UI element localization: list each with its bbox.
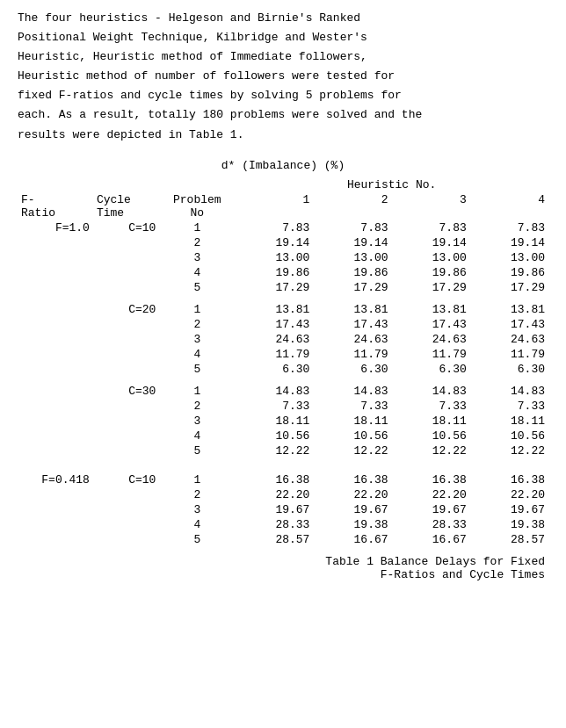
table-row: 318.1118.1118.1118.11 bbox=[18, 414, 548, 429]
f-ratio-cell bbox=[18, 250, 93, 265]
f-ratio-cell bbox=[18, 302, 93, 317]
problem-no-cell: 5 bbox=[159, 280, 235, 295]
cycle-time-cell bbox=[93, 429, 159, 443]
h2-cell: 17.29 bbox=[313, 280, 391, 295]
cycle-time-header: CycleTime bbox=[93, 192, 159, 220]
cycle-time-cell bbox=[93, 502, 159, 517]
f-ratio-cell bbox=[18, 429, 93, 443]
h3-cell: 19.86 bbox=[392, 265, 470, 280]
cycle-time-cell bbox=[93, 487, 159, 502]
h4-cell: 22.20 bbox=[470, 487, 548, 502]
table-row: 517.2917.2917.2917.29 bbox=[18, 280, 548, 295]
h1-cell: 13.00 bbox=[235, 250, 313, 265]
results-table: Heuristic No. F-Ratio CycleTime ProblemN… bbox=[18, 177, 548, 582]
table-caption: Table 1 Balance Delays for Fixed F-Ratio… bbox=[18, 554, 548, 582]
problem-no-cell: 2 bbox=[159, 399, 235, 414]
cycle-time-cell: C=10 bbox=[93, 472, 159, 487]
h1-cell: 19.67 bbox=[235, 502, 313, 517]
h3-cell: 19.14 bbox=[392, 235, 470, 250]
table-row: 219.1419.1419.1419.14 bbox=[18, 235, 548, 250]
f-ratio-cell bbox=[18, 414, 93, 429]
h1-cell: 12.22 bbox=[235, 443, 313, 458]
h4-header: 4 bbox=[470, 192, 548, 220]
h4-cell: 18.11 bbox=[470, 414, 548, 429]
h4-cell: 6.30 bbox=[470, 362, 548, 377]
h4-cell: 19.14 bbox=[470, 235, 548, 250]
f-ratio-header: F-Ratio bbox=[18, 192, 93, 220]
spacer-row bbox=[18, 547, 548, 554]
h4-cell: 19.86 bbox=[470, 265, 548, 280]
h4-cell: 16.38 bbox=[470, 472, 548, 487]
f-ratio-cell bbox=[18, 280, 93, 295]
h4-cell: 13.81 bbox=[470, 302, 548, 317]
problem-no-cell: 4 bbox=[159, 347, 235, 362]
h2-cell: 19.38 bbox=[313, 517, 391, 532]
h4-cell: 13.00 bbox=[470, 250, 548, 265]
f-ratio-cell bbox=[18, 502, 93, 517]
cycle-time-cell bbox=[93, 332, 159, 347]
h1-cell: 17.43 bbox=[235, 317, 313, 332]
table-row: 528.5716.6716.6728.57 bbox=[18, 532, 548, 547]
spacer-row bbox=[18, 458, 548, 465]
problem-no-cell: 5 bbox=[159, 443, 235, 458]
h3-cell: 17.29 bbox=[392, 280, 470, 295]
h3-cell: 24.63 bbox=[392, 332, 470, 347]
cycle-time-cell bbox=[93, 517, 159, 532]
h2-cell: 7.33 bbox=[313, 399, 391, 414]
f-ratio-cell bbox=[18, 384, 93, 399]
f-ratio-cell bbox=[18, 235, 93, 250]
problem-no-cell: 3 bbox=[159, 502, 235, 517]
f-ratio-cell: F=1.0 bbox=[18, 220, 93, 235]
f-ratio-col-header bbox=[18, 177, 93, 192]
f-ratio-cell bbox=[18, 443, 93, 458]
h4-cell: 12.22 bbox=[470, 443, 548, 458]
problem-no-col-header bbox=[159, 177, 235, 192]
h2-cell: 10.56 bbox=[313, 429, 391, 443]
problem-no-cell: 1 bbox=[159, 384, 235, 399]
cycle-time-cell bbox=[93, 532, 159, 547]
h1-cell: 7.83 bbox=[235, 220, 313, 235]
table-row: F=0.418C=10116.3816.3816.3816.38 bbox=[18, 472, 548, 487]
cycle-time-col-header bbox=[93, 177, 159, 192]
col-labels-row: F-Ratio CycleTime ProblemNo 1 2 3 4 bbox=[18, 192, 548, 220]
cycle-time-cell bbox=[93, 280, 159, 295]
h3-cell: 22.20 bbox=[392, 487, 470, 502]
h2-cell: 14.83 bbox=[313, 384, 391, 399]
h3-cell: 10.56 bbox=[392, 429, 470, 443]
spacer-row bbox=[18, 295, 548, 302]
problem-no-header: ProblemNo bbox=[159, 192, 235, 220]
h1-cell: 19.14 bbox=[235, 235, 313, 250]
table-row: 324.6324.6324.6324.63 bbox=[18, 332, 548, 347]
h3-cell: 13.00 bbox=[392, 250, 470, 265]
f-ratio-cell bbox=[18, 517, 93, 532]
table-row: 428.3319.3828.3319.38 bbox=[18, 517, 548, 532]
h4-cell: 19.38 bbox=[470, 517, 548, 532]
h4-cell: 7.83 bbox=[470, 220, 548, 235]
h3-cell: 14.83 bbox=[392, 384, 470, 399]
table-row: C=30114.8314.8314.8314.83 bbox=[18, 384, 548, 399]
heuristic-no-header: Heuristic No. bbox=[235, 177, 548, 192]
problem-no-cell: 4 bbox=[159, 429, 235, 443]
h1-cell: 16.38 bbox=[235, 472, 313, 487]
h3-cell: 7.33 bbox=[392, 399, 470, 414]
h2-cell: 19.14 bbox=[313, 235, 391, 250]
f-ratio-cell bbox=[18, 332, 93, 347]
h1-cell: 28.57 bbox=[235, 532, 313, 547]
problem-no-cell: 4 bbox=[159, 517, 235, 532]
f-ratio-cell bbox=[18, 399, 93, 414]
f-ratio-cell bbox=[18, 362, 93, 377]
f-ratio-cell bbox=[18, 347, 93, 362]
cycle-time-cell bbox=[93, 414, 159, 429]
problem-no-cell: 2 bbox=[159, 235, 235, 250]
h2-cell: 17.43 bbox=[313, 317, 391, 332]
h1-cell: 6.30 bbox=[235, 362, 313, 377]
problem-no-cell: 1 bbox=[159, 472, 235, 487]
cycle-time-cell bbox=[93, 317, 159, 332]
cycle-time-cell bbox=[93, 443, 159, 458]
f-ratio-cell: F=0.418 bbox=[18, 472, 93, 487]
h4-cell: 17.29 bbox=[470, 280, 548, 295]
problem-no-cell: 5 bbox=[159, 532, 235, 547]
cycle-time-cell: C=20 bbox=[93, 302, 159, 317]
intro-text: The four heuristics - Helgeson and Birni… bbox=[18, 11, 422, 141]
h3-cell: 11.79 bbox=[392, 347, 470, 362]
